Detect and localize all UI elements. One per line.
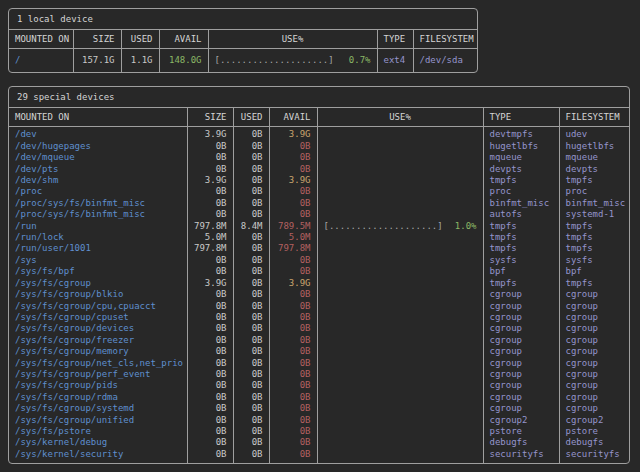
mount-point: /sys/fs/cgroup/blkio [9, 289, 187, 300]
used-value: 0B [233, 426, 269, 437]
filesystem: cgroup [559, 369, 629, 380]
size-value: 5.0M [187, 232, 233, 243]
fs-type: cgroup [483, 358, 559, 369]
filesystem: cgroup [559, 346, 629, 357]
mount-point: /sys/fs/cgroup/rdma [9, 392, 187, 403]
avail-value: 0B [269, 186, 317, 197]
table-row: /sys/fs/pstore 0B 0B 0B pstore pstore [9, 426, 629, 437]
usage-percent: 1.0% [455, 221, 477, 232]
mount-point: /sys/kernel/debug [9, 437, 187, 448]
avail-value: 5.0M [269, 232, 317, 243]
filesystem: pstore [559, 426, 629, 437]
mount-point: /sys/fs/cgroup/net_cls,net_prio [9, 358, 187, 369]
avail-value: 0B [269, 392, 317, 403]
usage-cell [317, 346, 483, 357]
size-value: 797.8M [187, 221, 233, 232]
table-header-row: MOUNTED ON SIZE USED AVAIL USE% TYPE FIL… [9, 108, 629, 127]
mount-point: /dev [9, 127, 187, 141]
size-value: 797.8M [187, 243, 233, 254]
avail-value: 789.5M [269, 221, 317, 232]
filesystem: cgroup [559, 301, 629, 312]
used-value: 0B [233, 164, 269, 175]
terminal-screen: 1 local device MOUNTED ON SIZE USED AVAI… [0, 0, 640, 472]
mount-point: /sys/fs/cgroup/memory [9, 346, 187, 357]
mount-point: /proc [9, 186, 187, 197]
avail-value: 3.9G [269, 278, 317, 289]
fs-type: devtmpfs [483, 127, 559, 141]
used-value: 8.4M [233, 221, 269, 232]
table-row: /sys/fs/cgroup/cpu,cpuacct 0B 0B 0B cgro… [9, 301, 629, 312]
table-row: /sys/fs/cgroup/pids 0B 0B 0B cgroup cgro… [9, 380, 629, 391]
size-value: 0B [187, 437, 233, 448]
mount-point: /sys/fs/cgroup/cpu,cpuacct [9, 301, 187, 312]
usage-cell [317, 426, 483, 437]
fs-type: debugfs [483, 437, 559, 448]
filesystem: devpts [559, 164, 629, 175]
usage-cell [317, 392, 483, 403]
used-value: 1.1G [121, 49, 159, 73]
filesystem: tmpfs [559, 243, 629, 254]
usage-bar: [....................] [215, 55, 334, 66]
filesystem: debugfs [559, 437, 629, 448]
filesystem: systemd-1 [559, 209, 629, 220]
usage-cell [317, 266, 483, 277]
size-value: 0B [187, 403, 233, 414]
usage-cell [317, 209, 483, 220]
table-row: /sys/fs/cgroup 3.9G 0B 3.9G tmpfs tmpfs [9, 278, 629, 289]
col-header-filesystem: FILESYSTEM [413, 30, 477, 49]
fs-type: cgroup [483, 392, 559, 403]
usage-cell: [....................] 0.7% [208, 49, 377, 73]
avail-value: 0B [269, 335, 317, 346]
mount-point: /sys/fs/cgroup/pids [9, 380, 187, 391]
table-row: / 157.1G 1.1G 148.0G [..................… [9, 49, 477, 73]
avail-value: 3.9G [269, 127, 317, 141]
usage-cell [317, 312, 483, 323]
fs-type: securityfs [483, 449, 559, 463]
filesystem: tmpfs [559, 278, 629, 289]
fs-type: ext4 [377, 49, 413, 73]
mount-point: /sys/fs/pstore [9, 426, 187, 437]
fs-type: tmpfs [483, 221, 559, 232]
table-row: /dev/shm 3.9G 0B 3.9G tmpfs tmpfs [9, 175, 629, 186]
fs-type: cgroup [483, 346, 559, 357]
avail-value: 0B [269, 323, 317, 334]
used-value: 0B [233, 358, 269, 369]
avail-value: 0B [269, 403, 317, 414]
filesystem: /dev/sda [413, 49, 477, 73]
avail-value: 797.8M [269, 243, 317, 254]
mount-point: /sys/fs/cgroup/freezer [9, 335, 187, 346]
filesystem: proc [559, 186, 629, 197]
size-value: 0B [187, 266, 233, 277]
table-row: /dev/mqueue 0B 0B 0B mqueue mqueue [9, 152, 629, 163]
avail-value: 0B [269, 358, 317, 369]
col-header-mounted-on: MOUNTED ON [9, 30, 73, 49]
fs-type: autofs [483, 209, 559, 220]
table-row: /sys/kernel/debug 0B 0B 0B debugfs debug… [9, 437, 629, 448]
fs-type: bpf [483, 266, 559, 277]
usage-cell [317, 415, 483, 426]
used-value: 0B [233, 186, 269, 197]
usage-cell: [....................] 1.0% [317, 221, 483, 232]
mount-point: / [9, 49, 73, 73]
avail-value: 148.0G [159, 49, 208, 73]
size-value: 0B [187, 369, 233, 380]
usage-cell [317, 358, 483, 369]
usage-cell [317, 175, 483, 186]
avail-value: 0B [269, 449, 317, 463]
fs-type: cgroup [483, 380, 559, 391]
usage-cell [317, 289, 483, 300]
table-row: /run 797.8M 8.4M 789.5M [...............… [9, 221, 629, 232]
table-row: /sys/fs/cgroup/perf_event 0B 0B 0B cgrou… [9, 369, 629, 380]
table-row: /dev/pts 0B 0B 0B devpts devpts [9, 164, 629, 175]
size-value: 157.1G [73, 49, 121, 73]
used-value: 0B [233, 278, 269, 289]
size-value: 0B [187, 289, 233, 300]
local-devices-title: 1 local device [9, 9, 477, 30]
size-value: 0B [187, 164, 233, 175]
fs-type: sysfs [483, 255, 559, 266]
avail-value: 0B [269, 164, 317, 175]
usage-cell [317, 437, 483, 448]
used-value: 0B [233, 312, 269, 323]
used-value: 0B [233, 301, 269, 312]
avail-value: 0B [269, 369, 317, 380]
